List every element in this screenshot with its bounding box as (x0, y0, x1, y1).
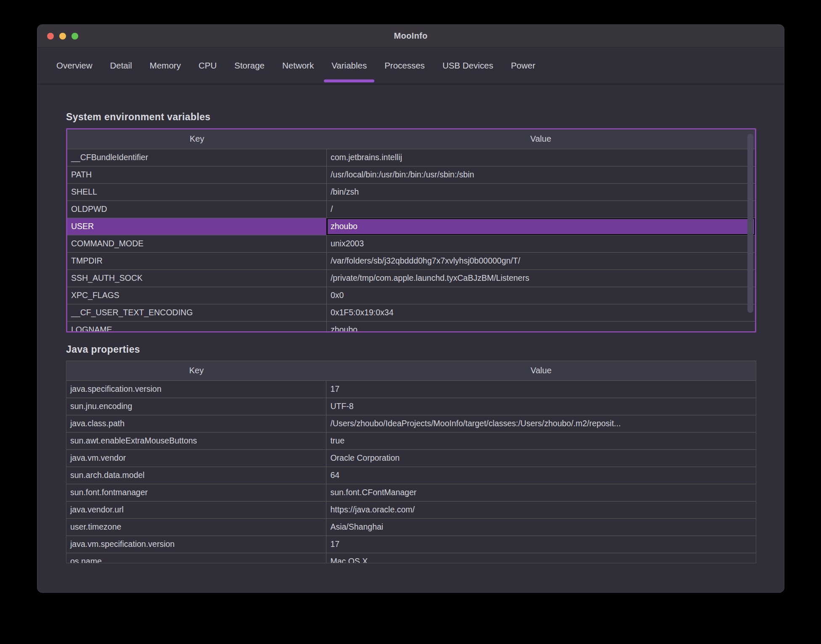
java-table-row[interactable]: sun.arch.data.model 64 (66, 467, 756, 484)
tab-processes[interactable]: Processes (376, 48, 434, 84)
env-key-cell[interactable]: SSH_AUTH_SOCK (67, 269, 326, 287)
java-key-cell[interactable]: sun.awt.enableExtraMouseButtons (66, 432, 326, 449)
java-table-row[interactable]: java.vendor.url https://java.oracle.com/ (66, 501, 756, 518)
zoom-button[interactable] (72, 33, 78, 40)
java-key-cell[interactable]: java.class.path (66, 415, 326, 432)
tab-label: CPU (199, 61, 217, 71)
java-section-title: Java properties (66, 344, 756, 355)
tab-usb-devices[interactable]: USB Devices (434, 48, 502, 84)
env-value-cell[interactable]: unix2003 (326, 235, 755, 252)
java-key-cell[interactable]: user.timezone (66, 518, 326, 536)
env-table-row[interactable]: LOGNAME zhoubo (67, 321, 755, 333)
java-value-cell[interactable]: 64 (326, 467, 756, 484)
tab-memory[interactable]: Memory (141, 48, 190, 84)
env-table-row[interactable]: COMMAND_MODE unix2003 (67, 235, 755, 252)
env-value-cell[interactable]: zhoubo (326, 218, 755, 235)
env-value-cell[interactable]: /bin/zsh (326, 183, 755, 201)
close-button[interactable] (47, 33, 54, 40)
env-scrollbar-track[interactable] (746, 129, 755, 331)
env-value-cell[interactable]: /usr/local/bin:/usr/bin:/bin:/usr/sbin:/… (326, 166, 755, 183)
app-window: MooInfo Overview Detail Memory CPU Stora… (37, 24, 784, 593)
java-key-cell[interactable]: sun.font.fontmanager (66, 484, 326, 501)
env-column-header-value: Value (326, 129, 755, 149)
env-table-row[interactable]: TMPDIR /var/folders/sb/j32qbddd0hg7x7xvl… (67, 252, 755, 269)
java-key-cell[interactable]: sun.jnu.encoding (66, 398, 326, 415)
content: System environment variables Key Value _… (37, 84, 784, 563)
tab-detail[interactable]: Detail (101, 48, 140, 84)
java-key-cell[interactable]: java.vendor.url (66, 501, 326, 518)
env-table-row[interactable]: XPC_FLAGS 0x0 (67, 287, 755, 304)
java-table-row[interactable]: java.vm.vendor Oracle Corporation (66, 449, 756, 467)
tab-label: USB Devices (442, 61, 493, 71)
env-key-cell[interactable]: LOGNAME (67, 321, 326, 333)
env-value-cell[interactable]: com.jetbrains.intellij (326, 149, 755, 166)
env-key-cell[interactable]: __CFBundleIdentifier (67, 149, 326, 166)
java-table-row[interactable]: java.vm.specification.version 17 (66, 536, 756, 553)
java-value-cell[interactable]: sun.font.CFontManager (326, 484, 756, 501)
env-key-cell[interactable]: COMMAND_MODE (67, 235, 326, 252)
env-column-header-key: Key (67, 129, 326, 149)
tab-overview[interactable]: Overview (48, 48, 101, 84)
env-key-cell[interactable]: SHELL (67, 183, 326, 201)
tab-storage[interactable]: Storage (225, 48, 273, 84)
java-column-header-value: Value (326, 361, 756, 380)
tab-label: Detail (110, 61, 132, 71)
java-key-cell[interactable]: java.vm.specification.version (66, 536, 326, 553)
env-table-row[interactable]: USER zhoubo (67, 218, 755, 235)
tab-label: Overview (56, 61, 92, 71)
java-table-row[interactable]: user.timezone Asia/Shanghai (66, 518, 756, 536)
java-table-row[interactable]: sun.font.fontmanager sun.font.CFontManag… (66, 484, 756, 501)
tab-label: Network (282, 61, 314, 71)
tab-cpu[interactable]: CPU (190, 48, 225, 84)
tab-label: Memory (150, 61, 181, 71)
tab-label: Variables (331, 61, 367, 71)
env-value-cell[interactable]: /var/folders/sb/j32qbddd0hg7x7xvlyhsj0b0… (326, 252, 755, 269)
env-value-cell[interactable]: / (326, 201, 755, 218)
java-value-cell[interactable]: 17 (326, 536, 756, 553)
tab-network[interactable]: Network (273, 48, 323, 84)
env-table-row[interactable]: OLDPWD / (67, 201, 755, 218)
java-table: Key Value java.specification.version 17 … (66, 361, 756, 563)
env-table-row[interactable]: __CF_USER_TEXT_ENCODING 0x1F5:0x19:0x34 (67, 304, 755, 321)
env-table-row[interactable]: PATH /usr/local/bin:/usr/bin:/bin:/usr/s… (67, 166, 755, 183)
env-value-cell[interactable]: 0x0 (326, 287, 755, 304)
java-value-cell[interactable]: Asia/Shanghai (326, 518, 756, 536)
java-key-cell[interactable]: java.specification.version (66, 380, 326, 398)
titlebar[interactable]: MooInfo (37, 25, 784, 48)
java-key-cell[interactable]: sun.arch.data.model (66, 467, 326, 484)
env-value-cell[interactable]: 0x1F5:0x19:0x34 (326, 304, 755, 321)
java-table-row[interactable]: sun.awt.enableExtraMouseButtons true (66, 432, 756, 449)
env-key-cell[interactable]: OLDPWD (67, 201, 326, 218)
java-value-cell[interactable]: true (326, 432, 756, 449)
java-table-row[interactable]: os.name Mac OS X (66, 553, 756, 563)
java-table-row[interactable]: java.class.path /Users/zhoubo/IdeaProjec… (66, 415, 756, 432)
env-value-cell[interactable]: zhoubo (326, 321, 755, 333)
env-key-cell[interactable]: __CF_USER_TEXT_ENCODING (67, 304, 326, 321)
java-column-header-key: Key (66, 361, 326, 380)
env-scrollbar-thumb[interactable] (747, 134, 753, 313)
env-key-cell[interactable]: PATH (67, 166, 326, 183)
tab-label: Power (511, 61, 535, 71)
env-table-row[interactable]: SSH_AUTH_SOCK /private/tmp/com.apple.lau… (67, 269, 755, 287)
java-value-cell[interactable]: https://java.oracle.com/ (326, 501, 756, 518)
env-value-cell[interactable]: /private/tmp/com.apple.launchd.tyxCaBJzB… (326, 269, 755, 287)
java-value-cell[interactable]: 17 (326, 380, 756, 398)
env-key-cell[interactable]: TMPDIR (67, 252, 326, 269)
java-table-row[interactable]: java.specification.version 17 (66, 380, 756, 398)
java-key-cell[interactable]: java.vm.vendor (66, 449, 326, 467)
java-value-cell[interactable]: /Users/zhoubo/IdeaProjects/MooInfo/targe… (326, 415, 756, 432)
tab-variables[interactable]: Variables (323, 48, 376, 84)
traffic-lights (47, 25, 78, 47)
env-table-row[interactable]: __CFBundleIdentifier com.jetbrains.intel… (67, 149, 755, 166)
env-key-cell[interactable]: USER (67, 218, 326, 235)
minimize-button[interactable] (59, 33, 66, 40)
tab-power[interactable]: Power (502, 48, 544, 84)
java-value-cell[interactable]: Mac OS X (326, 553, 756, 563)
env-table-row[interactable]: SHELL /bin/zsh (67, 183, 755, 201)
window-title: MooInfo (394, 31, 428, 41)
java-key-cell[interactable]: os.name (66, 553, 326, 563)
java-table-row[interactable]: sun.jnu.encoding UTF-8 (66, 398, 756, 415)
java-value-cell[interactable]: Oracle Corporation (326, 449, 756, 467)
env-key-cell[interactable]: XPC_FLAGS (67, 287, 326, 304)
java-value-cell[interactable]: UTF-8 (326, 398, 756, 415)
